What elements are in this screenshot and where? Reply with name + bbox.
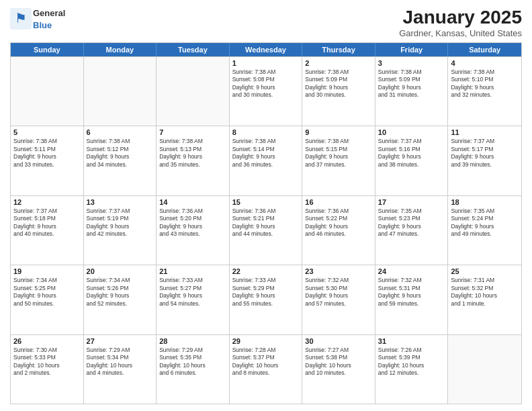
day-number: 29 <box>232 337 300 345</box>
empty-cell <box>157 57 230 126</box>
day-cell-15: 15Sunrise: 7:36 AM Sunset: 5:21 PM Dayli… <box>230 196 303 265</box>
day-cell-13: 13Sunrise: 7:37 AM Sunset: 5:19 PM Dayli… <box>84 196 157 265</box>
day-number: 23 <box>305 267 372 275</box>
day-info: Sunrise: 7:37 AM Sunset: 5:19 PM Dayligh… <box>87 208 154 238</box>
day-cell-18: 18Sunrise: 7:35 AM Sunset: 5:24 PM Dayli… <box>448 196 521 265</box>
day-cell-12: 12Sunrise: 7:37 AM Sunset: 5:18 PM Dayli… <box>11 196 84 265</box>
logo-icon: ⚑ <box>10 8 32 30</box>
day-cell-9: 9Sunrise: 7:38 AM Sunset: 5:15 PM Daylig… <box>302 126 375 195</box>
empty-cell <box>448 335 521 404</box>
day-number: 31 <box>378 337 445 345</box>
calendar-header: SundayMondayTuesdayWednesdayThursdayFrid… <box>11 43 521 56</box>
weekday-header-saturday: Saturday <box>448 43 521 56</box>
weekday-header-sunday: Sunday <box>11 43 84 56</box>
day-number: 11 <box>451 128 519 136</box>
day-number: 17 <box>378 198 445 206</box>
day-number: 14 <box>159 198 226 206</box>
day-number: 27 <box>87 337 154 345</box>
weekday-header-thursday: Thursday <box>302 43 375 56</box>
weekday-header-friday: Friday <box>375 43 449 56</box>
day-number: 13 <box>87 198 154 206</box>
day-number: 22 <box>232 267 300 275</box>
day-number: 2 <box>305 59 372 67</box>
day-cell-23: 23Sunrise: 7:32 AM Sunset: 5:30 PM Dayli… <box>302 265 375 334</box>
day-number: 15 <box>232 198 300 206</box>
day-cell-8: 8Sunrise: 7:38 AM Sunset: 5:14 PM Daylig… <box>230 126 303 195</box>
weekday-header-wednesday: Wednesday <box>230 43 303 56</box>
day-cell-16: 16Sunrise: 7:36 AM Sunset: 5:22 PM Dayli… <box>302 196 375 265</box>
day-info: Sunrise: 7:37 AM Sunset: 5:17 PM Dayligh… <box>451 138 519 169</box>
day-number: 19 <box>13 267 81 275</box>
day-info: Sunrise: 7:38 AM Sunset: 5:12 PM Dayligh… <box>87 138 154 169</box>
day-info: Sunrise: 7:31 AM Sunset: 5:32 PM Dayligh… <box>451 277 519 308</box>
day-cell-1: 1Sunrise: 7:38 AM Sunset: 5:08 PM Daylig… <box>230 57 303 126</box>
month-title: January 2025 <box>399 7 522 28</box>
day-number: 26 <box>13 337 81 345</box>
day-cell-5: 5Sunrise: 7:38 AM Sunset: 5:11 PM Daylig… <box>11 126 84 195</box>
day-info: Sunrise: 7:38 AM Sunset: 5:14 PM Dayligh… <box>232 138 300 169</box>
day-info: Sunrise: 7:32 AM Sunset: 5:30 PM Dayligh… <box>305 277 372 308</box>
day-info: Sunrise: 7:38 AM Sunset: 5:11 PM Dayligh… <box>13 138 81 169</box>
day-info: Sunrise: 7:29 AM Sunset: 5:34 PM Dayligh… <box>87 347 154 377</box>
day-info: Sunrise: 7:33 AM Sunset: 5:29 PM Dayligh… <box>232 277 300 308</box>
day-cell-28: 28Sunrise: 7:29 AM Sunset: 5:35 PM Dayli… <box>157 335 230 404</box>
day-number: 3 <box>378 59 445 67</box>
day-number: 25 <box>451 267 519 275</box>
day-number: 20 <box>87 267 154 275</box>
day-info: Sunrise: 7:35 AM Sunset: 5:23 PM Dayligh… <box>378 208 445 238</box>
calendar: SundayMondayTuesdayWednesdayThursdayFrid… <box>10 42 522 404</box>
day-info: Sunrise: 7:37 AM Sunset: 5:16 PM Dayligh… <box>378 138 445 169</box>
day-number: 1 <box>232 59 300 67</box>
day-cell-25: 25Sunrise: 7:31 AM Sunset: 5:32 PM Dayli… <box>448 265 521 334</box>
day-number: 6 <box>87 128 154 136</box>
day-cell-26: 26Sunrise: 7:30 AM Sunset: 5:33 PM Dayli… <box>11 335 84 404</box>
empty-cell <box>11 57 84 126</box>
day-info: Sunrise: 7:34 AM Sunset: 5:26 PM Dayligh… <box>87 277 154 308</box>
day-cell-3: 3Sunrise: 7:38 AM Sunset: 5:09 PM Daylig… <box>375 57 449 126</box>
day-cell-30: 30Sunrise: 7:27 AM Sunset: 5:38 PM Dayli… <box>302 335 375 404</box>
day-info: Sunrise: 7:36 AM Sunset: 5:21 PM Dayligh… <box>232 208 300 238</box>
page: ⚑ General Blue January 2025 Gardner, Kan… <box>0 0 532 411</box>
logo-blue-text: Blue <box>33 20 52 30</box>
day-number: 24 <box>378 267 445 275</box>
day-info: Sunrise: 7:36 AM Sunset: 5:22 PM Dayligh… <box>305 208 372 238</box>
weekday-header-monday: Monday <box>84 43 157 56</box>
day-cell-27: 27Sunrise: 7:29 AM Sunset: 5:34 PM Dayli… <box>84 335 157 404</box>
calendar-row-4: 19Sunrise: 7:34 AM Sunset: 5:25 PM Dayli… <box>11 265 521 334</box>
day-info: Sunrise: 7:35 AM Sunset: 5:24 PM Dayligh… <box>451 208 519 238</box>
svg-text:⚑: ⚑ <box>15 11 27 26</box>
day-info: Sunrise: 7:38 AM Sunset: 5:08 PM Dayligh… <box>232 68 300 99</box>
day-number: 21 <box>159 267 226 275</box>
day-info: Sunrise: 7:38 AM Sunset: 5:13 PM Dayligh… <box>159 138 226 169</box>
day-cell-2: 2Sunrise: 7:38 AM Sunset: 5:09 PM Daylig… <box>302 57 375 126</box>
day-number: 4 <box>451 59 519 67</box>
day-number: 28 <box>159 337 226 345</box>
logo-general-text: General <box>33 8 65 18</box>
day-cell-24: 24Sunrise: 7:32 AM Sunset: 5:31 PM Dayli… <box>375 265 449 334</box>
title-block: January 2025 Gardner, Kansas, United Sta… <box>399 7 522 38</box>
day-number: 10 <box>378 128 445 136</box>
calendar-body: 1Sunrise: 7:38 AM Sunset: 5:08 PM Daylig… <box>11 56 521 404</box>
day-number: 30 <box>305 337 372 345</box>
day-info: Sunrise: 7:34 AM Sunset: 5:25 PM Dayligh… <box>13 277 81 308</box>
day-info: Sunrise: 7:38 AM Sunset: 5:09 PM Dayligh… <box>305 68 372 99</box>
day-cell-19: 19Sunrise: 7:34 AM Sunset: 5:25 PM Dayli… <box>11 265 84 334</box>
day-info: Sunrise: 7:36 AM Sunset: 5:20 PM Dayligh… <box>159 208 226 238</box>
header: ⚑ General Blue January 2025 Gardner, Kan… <box>10 7 522 38</box>
day-number: 7 <box>159 128 226 136</box>
day-number: 8 <box>232 128 300 136</box>
weekday-header-tuesday: Tuesday <box>157 43 230 56</box>
day-info: Sunrise: 7:33 AM Sunset: 5:27 PM Dayligh… <box>159 277 226 308</box>
location-title: Gardner, Kansas, United States <box>399 28 522 38</box>
day-info: Sunrise: 7:38 AM Sunset: 5:09 PM Dayligh… <box>378 68 445 99</box>
day-cell-31: 31Sunrise: 7:26 AM Sunset: 5:39 PM Dayli… <box>375 335 449 404</box>
day-cell-20: 20Sunrise: 7:34 AM Sunset: 5:26 PM Dayli… <box>84 265 157 334</box>
day-number: 9 <box>305 128 372 136</box>
day-info: Sunrise: 7:38 AM Sunset: 5:10 PM Dayligh… <box>451 68 519 99</box>
day-cell-21: 21Sunrise: 7:33 AM Sunset: 5:27 PM Dayli… <box>157 265 230 334</box>
day-number: 5 <box>13 128 81 136</box>
empty-cell <box>84 57 157 126</box>
day-number: 16 <box>305 198 372 206</box>
day-number: 12 <box>13 198 81 206</box>
day-info: Sunrise: 7:28 AM Sunset: 5:37 PM Dayligh… <box>232 347 300 377</box>
